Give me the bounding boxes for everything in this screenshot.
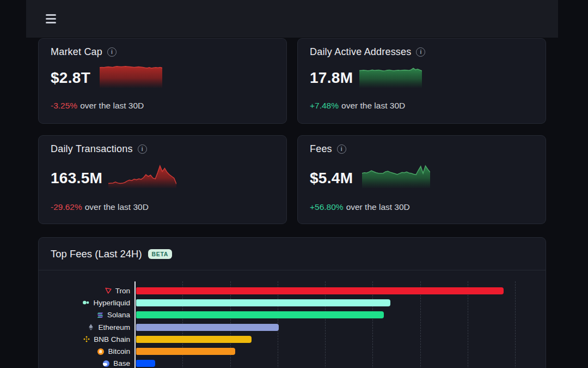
hamburger-icon [46,14,56,16]
info-icon[interactable]: i [138,144,147,154]
card-header: Market Cap i [51,46,117,58]
row-label: Solana [39,311,135,319]
card-title: Market Cap [51,46,102,58]
bar-track [135,336,546,343]
change-percent: +56.80% [310,202,344,212]
chart-row: Solana [39,309,546,321]
top-fees-header: Top Fees (Last 24H) BETA [39,238,546,270]
card-header: Daily Active Addresses i [310,46,425,58]
change-period: over the last 30D [85,202,149,212]
divider [39,270,546,270]
card-header: Daily Transactions i [51,143,147,155]
top-fees-title: Top Fees (Last 24H) [51,248,142,260]
bar-track [135,287,546,294]
row-label: Hyperliquid [39,299,135,307]
fee-bar[interactable] [136,360,155,367]
bar-track [135,299,546,306]
bar-track [135,311,546,318]
stat-card-daily-transactions: Daily Transactions i 163.5M -29.62%over … [38,135,287,224]
info-icon[interactable]: i [416,47,425,57]
fee-bar[interactable] [136,348,235,355]
topbar [26,0,558,38]
row-label: Base [39,359,135,367]
top-fees-chart: TronHyperliquidSolanaEthereumBNB ChainBB… [39,285,546,368]
beta-badge: BETA [148,249,172,259]
change-percent: -3.25% [51,101,77,110]
fee-bar[interactable] [136,311,384,318]
stat-value: 163.5M [51,170,102,187]
card-title: Daily Active Addresses [310,46,411,58]
bar-track [135,360,546,367]
bar-rows: TronHyperliquidSolanaEthereumBNB ChainBB… [39,285,546,368]
menu-button[interactable] [46,13,57,25]
info-icon[interactable]: i [337,144,346,154]
fee-bar[interactable] [136,336,252,343]
fee-bar[interactable] [136,324,279,331]
solana-icon [96,311,104,319]
card-title: Fees [310,143,332,155]
chain-name: Base [113,359,130,367]
bnb-chain-icon [83,335,90,343]
daily-transactions-sparkline [108,161,176,188]
tron-icon [105,287,112,294]
chart-row: BNB Chain [39,333,546,345]
stat-value: $2.8T [51,69,90,87]
hyperliquid-icon [82,299,90,306]
change-period: over the last 30D [80,101,144,110]
dashboard-screen: Market Cap i $2.8T -3.25%over the last 3… [0,0,588,368]
chart-row: Hyperliquid [39,297,546,309]
change-percent: +7.48% [310,101,339,110]
chain-name: BNB Chain [94,335,130,343]
chart-row: BBitcoin [39,345,546,357]
chart-row: Base [39,358,546,368]
chain-name: Tron [115,287,130,295]
row-label: BNB Chain [39,335,135,343]
change-line: -3.25%over the last 30D [51,101,144,111]
ethereum-icon [87,323,95,331]
stat-card-fees: Fees i $5.4M +56.80%over the last 30D [297,135,546,224]
chart-row: Tron [39,285,546,297]
base-icon [102,360,110,367]
change-period: over the last 30D [346,202,410,212]
chain-name: Bitcoin [108,347,130,355]
chart-row: Ethereum [39,321,546,333]
bar-track [135,324,546,331]
y-axis-line [134,281,136,368]
stat-card-market-cap: Market Cap i $2.8T -3.25%over the last 3… [38,38,287,124]
stat-value: $5.4M [310,170,353,187]
bar-track [135,348,546,355]
change-line: +56.80%over the last 30D [310,202,410,212]
card-title: Daily Transactions [51,143,133,155]
chain-name: Ethereum [98,323,130,331]
daily-active-addresses-sparkline [359,63,422,88]
change-line: -29.62%over the last 30D [51,202,149,212]
change-period: over the last 30D [341,101,405,110]
bitcoin-icon: B [97,348,105,355]
chain-name: Hyperliquid [93,299,130,307]
fee-bar[interactable] [136,287,504,294]
fee-bar[interactable] [136,299,390,306]
top-fees-card: Top Fees (Last 24H) BETA TronHyperliquid… [38,237,546,368]
card-header: Fees i [310,143,346,155]
row-label: BBitcoin [39,347,135,355]
stat-card-daily-active-addresses: Daily Active Addresses i 17.8M +7.48%ove… [297,38,546,124]
change-line: +7.48%over the last 30D [310,101,405,111]
row-label: Tron [39,287,135,295]
row-label: Ethereum [39,323,135,331]
market-cap-sparkline [100,63,162,88]
chain-name: Solana [107,311,130,319]
fees-sparkline [362,161,430,188]
change-percent: -29.62% [51,202,82,212]
info-icon[interactable]: i [107,47,117,57]
stat-value: 17.8M [310,69,353,87]
